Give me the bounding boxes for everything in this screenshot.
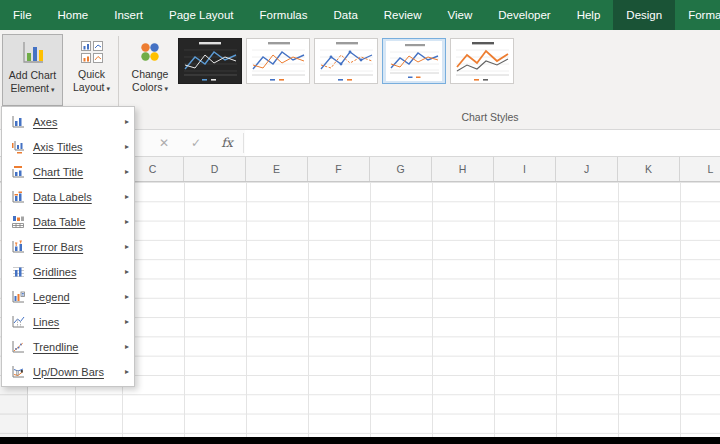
grid-column-lines bbox=[122, 182, 720, 437]
change-colors-label-1: Change bbox=[132, 68, 169, 81]
up-down-bars-icon bbox=[9, 365, 26, 379]
menu-item-gridlines[interactable]: Gridlines ▸ bbox=[2, 259, 134, 284]
legend-icon bbox=[9, 290, 26, 304]
tab-home[interactable]: Home bbox=[45, 0, 102, 30]
dropdown-caret-icon: ▾ bbox=[51, 86, 55, 93]
submenu-arrow-icon: ▸ bbox=[125, 242, 129, 251]
dropdown-caret-icon: ▾ bbox=[164, 85, 168, 92]
formula-input[interactable] bbox=[245, 130, 720, 156]
column-header-f[interactable]: F bbox=[308, 157, 370, 181]
ribbon-tab-bar: File Home Insert Page Layout Formulas Da… bbox=[0, 0, 720, 30]
submenu-arrow-icon: ▸ bbox=[125, 192, 129, 201]
tab-page-layout[interactable]: Page Layout bbox=[156, 0, 247, 30]
tab-formulas[interactable]: Formulas bbox=[247, 0, 321, 30]
lines-icon bbox=[9, 315, 26, 329]
add-chart-element-icon bbox=[20, 40, 46, 66]
chart-style-4-preview bbox=[383, 39, 445, 83]
column-header-i[interactable]: I bbox=[494, 157, 556, 181]
submenu-arrow-icon: ▸ bbox=[125, 292, 129, 301]
column-header-d[interactable]: D bbox=[184, 157, 246, 181]
axes-icon bbox=[9, 115, 26, 129]
chart-title-icon bbox=[9, 165, 26, 179]
data-table-icon bbox=[9, 215, 26, 229]
add-chart-element-label-1: Add Chart bbox=[9, 69, 56, 82]
submenu-arrow-icon: ▸ bbox=[125, 342, 129, 351]
window-bottom-edge bbox=[0, 437, 720, 444]
quick-layout-label-2: Layout▾ bbox=[73, 81, 110, 95]
chart-style-1-preview bbox=[179, 39, 241, 83]
submenu-arrow-icon: ▸ bbox=[125, 117, 129, 126]
menu-item-error-bars[interactable]: Error Bars ▸ bbox=[2, 234, 134, 259]
cancel-icon[interactable]: ✕ bbox=[152, 130, 176, 156]
submenu-arrow-icon: ▸ bbox=[125, 167, 129, 176]
menu-item-up-down-bars[interactable]: Up/Down Bars ▸ bbox=[2, 359, 134, 384]
tab-file[interactable]: File bbox=[0, 0, 45, 30]
excel-window: File Home Insert Page Layout Formulas Da… bbox=[0, 0, 720, 444]
column-header-k[interactable]: K bbox=[618, 157, 680, 181]
column-header-l[interactable]: L bbox=[680, 157, 720, 181]
column-header-e[interactable]: E bbox=[246, 157, 308, 181]
tab-design[interactable]: Design bbox=[613, 0, 675, 30]
submenu-arrow-icon: ▸ bbox=[125, 267, 129, 276]
menu-item-axis-titles[interactable]: Axis Titles ▸ bbox=[2, 134, 134, 159]
menu-item-data-table[interactable]: Data Table ▸ bbox=[2, 209, 134, 234]
menu-item-data-labels[interactable]: Data Labels ▸ bbox=[2, 184, 134, 209]
chart-style-1[interactable] bbox=[178, 38, 242, 84]
tab-format[interactable]: Format bbox=[675, 0, 720, 30]
formula-bar-divider bbox=[243, 133, 244, 153]
add-chart-element-menu: Axes ▸ Axis Titles ▸ Chart Title ▸ Data … bbox=[1, 106, 135, 387]
quick-layout-icon bbox=[79, 39, 105, 65]
tab-insert[interactable]: Insert bbox=[101, 0, 156, 30]
column-header-g[interactable]: G bbox=[370, 157, 432, 181]
submenu-arrow-icon: ▸ bbox=[125, 217, 129, 226]
add-chart-element-label-2: Element▾ bbox=[10, 82, 54, 96]
trendline-icon bbox=[9, 340, 26, 354]
change-colors-icon bbox=[137, 39, 163, 65]
menu-item-axes[interactable]: Axes ▸ bbox=[2, 109, 134, 134]
menu-item-lines[interactable]: Lines ▸ bbox=[2, 309, 134, 334]
gridlines-icon bbox=[9, 265, 26, 279]
enter-icon[interactable]: ✓ bbox=[184, 130, 208, 156]
quick-layout-label-1: Quick bbox=[78, 68, 105, 81]
add-chart-element-button[interactable]: Add Chart Element▾ bbox=[2, 34, 63, 106]
chart-style-3[interactable] bbox=[314, 38, 378, 84]
menu-item-legend[interactable]: Legend ▸ bbox=[2, 284, 134, 309]
column-header-j[interactable]: J bbox=[556, 157, 618, 181]
column-header-h[interactable]: H bbox=[432, 157, 494, 181]
tab-help[interactable]: Help bbox=[564, 0, 614, 30]
submenu-arrow-icon: ▸ bbox=[125, 142, 129, 151]
chart-style-5[interactable] bbox=[450, 38, 514, 84]
menu-item-trendline[interactable]: Trendline ▸ bbox=[2, 334, 134, 359]
chart-style-2-preview bbox=[247, 39, 309, 83]
quick-layout-button[interactable]: Quick Layout▾ bbox=[66, 34, 117, 106]
change-colors-button[interactable]: Change Colors▾ bbox=[122, 34, 178, 106]
tab-view[interactable]: View bbox=[435, 0, 486, 30]
submenu-arrow-icon: ▸ bbox=[125, 367, 129, 376]
change-colors-label-2: Colors▾ bbox=[132, 81, 168, 95]
chart-style-5-preview bbox=[451, 39, 513, 83]
chart-styles-gallery bbox=[178, 38, 518, 86]
chart-style-2[interactable] bbox=[246, 38, 310, 84]
error-bars-icon bbox=[9, 240, 26, 254]
tab-developer[interactable]: Developer bbox=[485, 0, 563, 30]
tab-data[interactable]: Data bbox=[321, 0, 371, 30]
axis-titles-icon bbox=[9, 140, 26, 154]
tab-review[interactable]: Review bbox=[371, 0, 435, 30]
chart-style-3-preview bbox=[315, 39, 377, 83]
submenu-arrow-icon: ▸ bbox=[125, 317, 129, 326]
chart-style-4-selected[interactable] bbox=[382, 38, 446, 84]
chart-styles-group-label: Chart Styles bbox=[370, 111, 610, 123]
dropdown-caret-icon: ▾ bbox=[107, 85, 111, 92]
menu-item-chart-title[interactable]: Chart Title ▸ bbox=[2, 159, 134, 184]
insert-function-icon[interactable]: fx bbox=[215, 130, 239, 156]
data-labels-icon bbox=[9, 190, 26, 204]
